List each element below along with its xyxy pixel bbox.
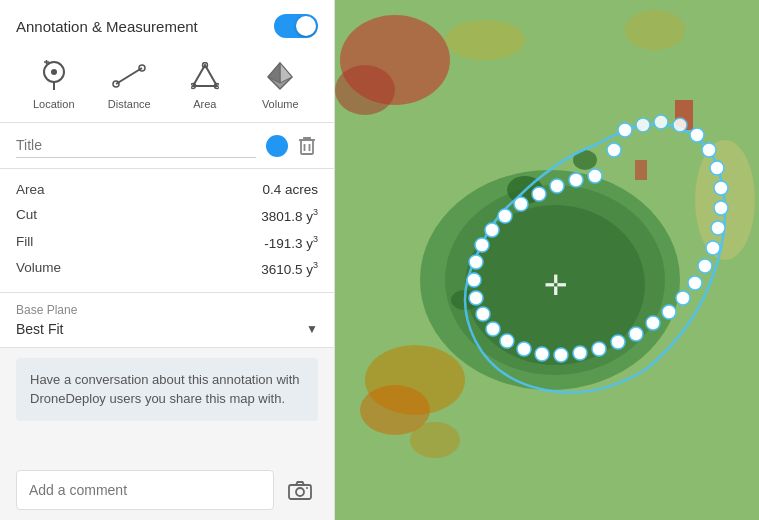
svg-point-72: [532, 187, 546, 201]
distance-icon: [111, 58, 147, 94]
metrics-section: Area 0.4 acres Cut 3801.8 y3 Fill -191.3…: [0, 169, 334, 293]
svg-point-75: [588, 169, 602, 183]
metric-cut-label: Cut: [16, 207, 37, 224]
svg-point-20: [296, 488, 304, 496]
left-panel: Annotation & Measurement Location: [0, 0, 335, 520]
annotation-toggle[interactable]: [274, 14, 318, 38]
color-picker[interactable]: [266, 135, 288, 157]
svg-point-48: [711, 221, 725, 235]
svg-point-76: [607, 143, 621, 157]
svg-point-35: [410, 422, 460, 458]
svg-marker-14: [280, 63, 292, 83]
svg-point-56: [611, 335, 625, 349]
svg-line-6: [116, 68, 142, 84]
base-plane-value: Best Fit: [16, 321, 63, 337]
svg-point-3: [52, 71, 55, 74]
base-plane-section: Base Plane Best Fit ▼: [0, 293, 334, 348]
metric-volume-value: 3610.5 y3: [261, 260, 318, 277]
metric-fill-label: Fill: [16, 234, 33, 251]
title-input[interactable]: [16, 133, 256, 158]
tool-area-label: Area: [193, 98, 216, 110]
svg-point-66: [467, 273, 481, 287]
svg-point-39: [618, 123, 632, 137]
svg-point-47: [714, 201, 728, 215]
title-actions: [266, 135, 318, 157]
conversation-box: Have a conversation about this annotatio…: [16, 358, 318, 421]
tool-row: Location Distance: [0, 48, 334, 123]
tool-area[interactable]: Area: [175, 58, 235, 110]
delete-button[interactable]: [296, 135, 318, 157]
svg-point-21: [306, 487, 308, 489]
base-plane-select[interactable]: Best Fit ▼: [16, 321, 318, 337]
svg-point-60: [535, 347, 549, 361]
svg-point-61: [517, 342, 531, 356]
metric-area-value: 0.4 acres: [262, 182, 318, 197]
svg-point-58: [573, 346, 587, 360]
svg-rect-37: [635, 160, 647, 180]
svg-point-43: [690, 128, 704, 142]
title-row: [0, 123, 334, 169]
svg-point-52: [676, 291, 690, 305]
metric-cut: Cut 3801.8 y3: [16, 202, 318, 229]
svg-point-69: [485, 223, 499, 237]
svg-point-70: [498, 209, 512, 223]
svg-point-68: [475, 238, 489, 252]
tool-volume[interactable]: Volume: [250, 58, 310, 110]
svg-point-41: [654, 115, 668, 129]
panel-header: Annotation & Measurement: [0, 0, 334, 48]
svg-point-74: [569, 173, 583, 187]
svg-point-67: [469, 255, 483, 269]
svg-rect-16: [301, 140, 313, 154]
tool-distance[interactable]: Distance: [99, 58, 159, 110]
metric-area-label: Area: [16, 182, 45, 197]
metric-fill: Fill -191.3 y3: [16, 229, 318, 256]
svg-point-54: [646, 316, 660, 330]
tool-location[interactable]: Location: [24, 58, 84, 110]
svg-point-53: [662, 305, 676, 319]
tool-volume-label: Volume: [262, 98, 299, 110]
tool-distance-label: Distance: [108, 98, 151, 110]
svg-point-44: [702, 143, 716, 157]
map-panel[interactable]: ✛: [335, 0, 759, 520]
svg-point-25: [445, 20, 525, 60]
svg-point-57: [592, 342, 606, 356]
conversation-text: Have a conversation about this annotatio…: [30, 372, 300, 407]
metric-cut-value: 3801.8 y3: [261, 207, 318, 224]
svg-point-49: [706, 241, 720, 255]
svg-point-65: [469, 291, 483, 305]
svg-point-63: [486, 322, 500, 336]
svg-point-71: [514, 197, 528, 211]
svg-point-26: [625, 10, 685, 50]
svg-point-45: [710, 161, 724, 175]
svg-point-62: [500, 334, 514, 348]
tool-location-label: Location: [33, 98, 75, 110]
svg-text:✛: ✛: [544, 270, 567, 301]
area-icon: [187, 58, 223, 94]
metric-area: Area 0.4 acres: [16, 177, 318, 202]
location-icon: [36, 58, 72, 94]
panel-title: Annotation & Measurement: [16, 18, 198, 35]
metric-volume: Volume 3610.5 y3: [16, 255, 318, 282]
chevron-down-icon: ▼: [306, 322, 318, 336]
comment-input[interactable]: [29, 482, 261, 498]
svg-point-46: [714, 181, 728, 195]
camera-icon[interactable]: [282, 472, 318, 508]
svg-point-51: [688, 276, 702, 290]
metric-volume-label: Volume: [16, 260, 61, 277]
volume-icon: [262, 58, 298, 94]
svg-point-42: [673, 118, 687, 132]
comment-row: [0, 470, 334, 520]
metric-fill-value: -191.3 y3: [264, 234, 318, 251]
base-plane-label: Base Plane: [16, 303, 318, 317]
svg-marker-15: [268, 63, 280, 83]
comment-input-wrapper[interactable]: [16, 470, 274, 510]
svg-point-40: [636, 118, 650, 132]
svg-point-24: [335, 65, 395, 115]
svg-point-64: [476, 307, 490, 321]
svg-point-59: [554, 348, 568, 362]
svg-point-55: [629, 327, 643, 341]
svg-point-73: [550, 179, 564, 193]
svg-point-50: [698, 259, 712, 273]
